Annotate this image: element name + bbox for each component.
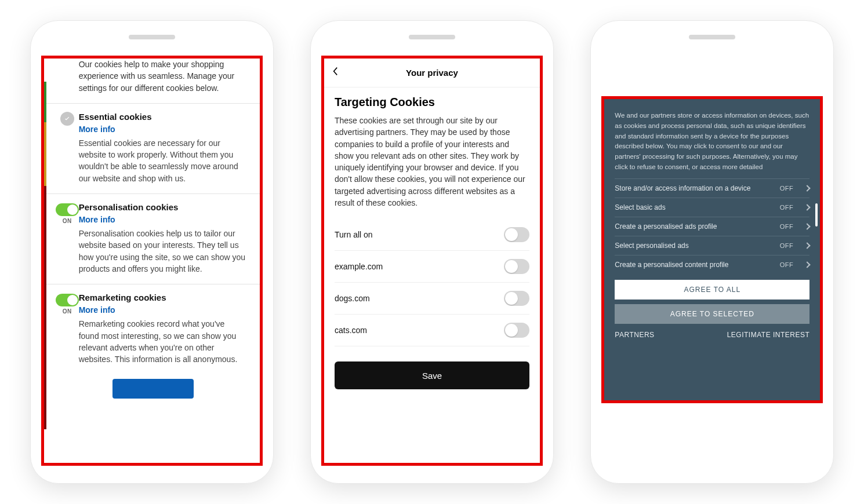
phone-frame-1: Our cookies help to make your shopping e… [30, 20, 274, 484]
remarketing-toggle-label: ON [63, 308, 72, 315]
purpose-5-state: OFF [780, 261, 794, 268]
essential-desc: Essential cookies are necessary for our … [79, 137, 247, 184]
cookie-intro-text: Our cookies help to make your shopping e… [46, 59, 260, 103]
privacy-header: Your privacy [324, 59, 540, 87]
remarketing-more-info-link[interactable]: More info [79, 305, 115, 315]
chevron-right-icon [804, 223, 811, 229]
agree-to-all-button[interactable]: AGREE TO ALL [615, 280, 809, 300]
essential-more-info-link[interactable]: More info [79, 125, 115, 134]
purpose-row-2[interactable]: Select basic ads OFF [615, 198, 809, 217]
remarketing-toggle[interactable] [56, 294, 79, 306]
chevron-right-icon [804, 261, 811, 268]
partner-3-label: cats.com [335, 326, 367, 335]
purpose-row-4[interactable]: Select personalised ads OFF [615, 236, 809, 255]
purpose-4-label: Select personalised ads [615, 242, 688, 250]
targeting-heading: Targeting Cookies [335, 96, 529, 109]
personalisation-toggle-label: ON [63, 218, 72, 224]
partner-3-toggle[interactable] [504, 323, 529, 338]
purpose-4-state: OFF [780, 242, 794, 249]
personalisation-more-info-link[interactable]: More info [79, 215, 115, 224]
essential-cookies-section: Essential cookies More info Essential co… [46, 103, 260, 193]
purpose-3-state: OFF [780, 223, 794, 230]
personalisation-cookies-section: ON Personalisation cookies More info Per… [46, 193, 260, 284]
partner-row-2: dogs.com [335, 283, 529, 315]
chevron-right-icon [804, 242, 811, 249]
partner-2-toggle[interactable] [504, 291, 529, 306]
check-icon [60, 112, 74, 126]
targeting-desc: These cookies are set through our site b… [335, 115, 529, 209]
turn-all-on-row: Turn all on [335, 219, 529, 251]
back-button[interactable] [332, 67, 338, 78]
remarketing-title: Remarketing cookies [79, 293, 247, 302]
purpose-2-state: OFF [780, 204, 794, 211]
privacy-header-title: Your privacy [406, 68, 458, 78]
partner-row-1: example.com [335, 251, 529, 283]
purpose-row-1[interactable]: Store and/or access information on a dev… [615, 178, 809, 198]
partner-row-3: cats.com [335, 315, 529, 346]
phone-frame-3: We and our partners store or access info… [590, 20, 834, 484]
save-button[interactable]: Save [335, 361, 529, 389]
primary-action-button[interactable] [112, 379, 194, 399]
chevron-right-icon [804, 204, 811, 210]
partner-1-label: example.com [335, 262, 383, 271]
purpose-1-label: Store and/or access information on a dev… [615, 184, 750, 192]
highlight-box-1: Our cookies help to make your shopping e… [41, 56, 263, 466]
partners-link[interactable]: PARTNERS [615, 331, 654, 339]
partner-1-toggle[interactable] [504, 259, 529, 274]
consent-intro-text: We and our partners store or access info… [615, 111, 809, 173]
turn-all-on-label: Turn all on [335, 230, 373, 239]
purpose-5-label: Create a personalised content profile [615, 261, 728, 269]
phone-frame-2: Your privacy Targeting Cookies These coo… [310, 20, 554, 484]
essential-title: Essential cookies [79, 112, 247, 122]
chevron-right-icon [804, 185, 811, 191]
agree-to-selected-button[interactable]: AGREE TO SELECTED [615, 304, 809, 324]
partner-2-label: dogs.com [335, 294, 370, 303]
turn-all-on-toggle[interactable] [504, 227, 529, 242]
consent-panel: We and our partners store or access info… [601, 96, 823, 403]
legitimate-interest-link[interactable]: LEGITIMATE INTEREST [727, 331, 810, 339]
purpose-row-5[interactable]: Create a personalised content profile OF… [615, 255, 809, 274]
purpose-3-label: Create a personalised ads profile [615, 222, 717, 231]
personalisation-desc: Personalisation cookies help us to tailo… [79, 228, 247, 275]
remarketing-desc: Remarketing cookies record what you've f… [79, 318, 247, 365]
scrollbar-thumb[interactable] [815, 203, 818, 227]
purpose-2-label: Select basic ads [615, 203, 665, 211]
purpose-1-state: OFF [780, 185, 794, 192]
personalisation-title: Personalisation cookies [79, 202, 247, 212]
highlight-box-2: Your privacy Targeting Cookies These coo… [321, 56, 543, 466]
purpose-row-3[interactable]: Create a personalised ads profile OFF [615, 217, 809, 236]
personalisation-toggle[interactable] [56, 203, 79, 216]
remarketing-cookies-section: ON Remarketing cookies More info Remarke… [46, 284, 260, 374]
